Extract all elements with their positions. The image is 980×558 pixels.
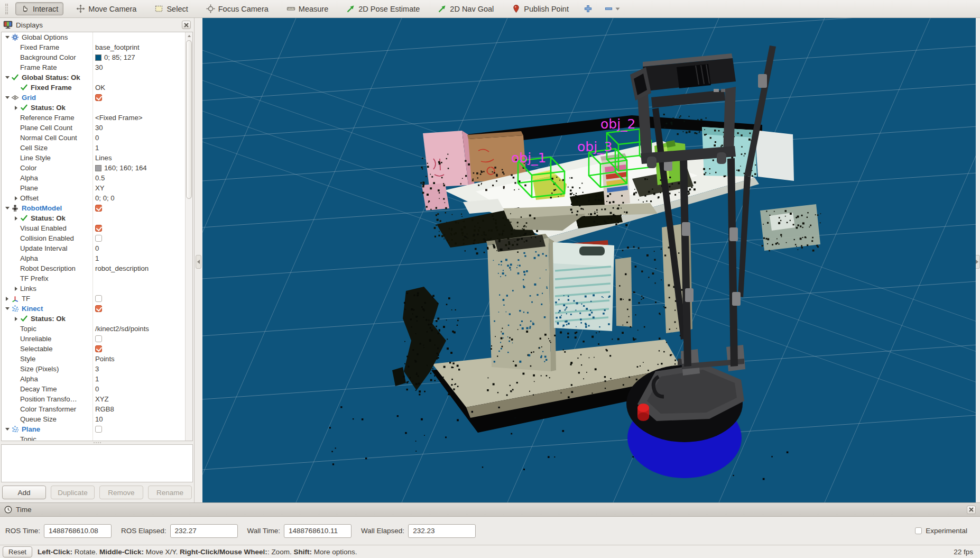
property-value[interactable]: 0 [93,385,185,393]
property-value[interactable]: 1 [93,254,185,262]
property-value[interactable]: 1 [93,375,185,383]
measure-tool-button[interactable]: Measure [281,2,334,15]
property-value[interactable]: robot_description [93,264,185,272]
remove-display-button[interactable]: Remove [99,486,143,499]
enable-checkbox[interactable] [95,295,102,302]
tree-row[interactable]: Robot Descriptionrobot_description [2,263,185,273]
tree-row[interactable]: Visual Enabled [2,223,185,233]
enable-checkbox[interactable] [95,345,102,352]
property-value[interactable]: 30 [93,63,185,71]
tree-row[interactable]: StylePoints [2,354,185,364]
property-value[interactable]: 1 [93,144,185,152]
experimental-checkbox[interactable] [915,527,922,534]
interact-tool-button[interactable]: Interact [15,2,63,15]
tree-row[interactable]: Status: Ok [2,103,185,113]
tree-row[interactable]: Plane Cell Count30 [2,123,185,133]
move-camera-tool-button[interactable]: Move Camera [71,2,142,15]
property-value[interactable]: <Fixed Frame> [93,114,185,122]
tree-row[interactable]: Fixed FrameOK [2,83,185,93]
remove-tool-button[interactable] [602,3,622,14]
tree-row[interactable]: Line StyleLines [2,153,185,163]
duplicate-display-button[interactable]: Duplicate [51,486,95,499]
enable-checkbox[interactable] [95,94,102,101]
expander-icon[interactable] [3,36,11,39]
pose-estimate-tool-button[interactable]: 2D Pose Estimate [341,2,425,15]
property-value[interactable] [93,225,185,232]
toolbar-drag-handle[interactable] [5,4,8,14]
close-icon[interactable] [182,21,191,29]
focus-camera-tool-button[interactable]: Focus Camera [201,2,274,15]
toolbar-overflow-caret-icon[interactable] [615,7,620,11]
expander-icon[interactable] [3,96,11,99]
expander-icon[interactable] [3,297,11,301]
tree-row[interactable]: Kinect [2,304,185,314]
property-value[interactable]: 0; 0; 0 [93,194,185,202]
property-value[interactable]: 0.5 [93,174,185,182]
tree-row[interactable]: Color TransformerRGB8 [2,404,185,414]
tree-row[interactable]: Alpha1 [2,374,185,384]
ros-elapsed-input[interactable] [170,524,238,538]
tree-row[interactable]: Normal Cell Count0 [2,133,185,143]
add-tool-button[interactable] [581,3,595,14]
tree-row[interactable]: RobotModel [2,203,185,213]
tree-row[interactable]: Selectable [2,344,185,354]
expander-icon[interactable] [3,307,11,310]
property-value[interactable]: 30 [93,124,185,132]
property-value[interactable]: 0 [93,134,185,142]
property-value[interactable]: Lines [93,154,185,162]
property-value[interactable] [93,426,185,433]
tree-row[interactable]: Reference Frame<Fixed Frame> [2,113,185,123]
tree-row[interactable]: Status: Ok [2,314,185,324]
nav-goal-tool-button[interactable]: 2D Nav Goal [432,2,499,15]
tree-row[interactable]: Fixed Framebase_footprint [2,42,185,52]
tree-row[interactable]: Queue Size10 [2,414,185,424]
add-display-button[interactable]: Add [2,486,46,499]
displays-panel-titlebar[interactable]: Displays [0,18,194,32]
expander-icon[interactable] [12,196,20,200]
tree-row[interactable]: Decay Time0 [2,384,185,394]
collapse-panel-left-arrow-icon[interactable] [196,255,201,269]
tree-row[interactable]: Topic/kinect2/sd/points [2,324,185,334]
expander-icon[interactable] [12,106,20,110]
property-value[interactable] [93,345,185,352]
tree-row[interactable]: Offset0; 0; 0 [2,193,185,203]
expander-icon[interactable] [12,317,20,321]
tree-row[interactable]: Alpha0.5 [2,173,185,183]
rename-display-button[interactable]: Rename [148,486,192,499]
property-value[interactable] [93,305,185,312]
enable-checkbox[interactable] [95,335,102,342]
enable-checkbox[interactable] [95,426,102,433]
wall-elapsed-input[interactable] [408,524,476,538]
property-value[interactable]: XYZ [93,395,185,403]
property-value[interactable]: RGB8 [93,405,185,413]
property-value[interactable] [93,205,185,212]
select-tool-button[interactable]: Select [149,2,193,15]
tree-row[interactable]: Global Options [2,32,185,42]
3d-viewport[interactable]: obj_1 obj_2 obj_3 [202,18,976,502]
property-value[interactable]: 0; 85; 127 [93,53,185,61]
enable-checkbox[interactable] [95,305,102,312]
expander-icon[interactable] [12,216,20,221]
tree-row[interactable]: Cell Size1 [2,143,185,153]
tree-row[interactable]: Status: Ok [2,213,185,223]
property-value[interactable] [93,235,185,242]
tree-row[interactable]: Grid [2,93,185,103]
expander-icon[interactable] [3,207,11,209]
ros-time-input[interactable] [44,524,112,538]
tree-row[interactable]: Position Transfo…XYZ [2,394,185,404]
enable-checkbox[interactable] [95,225,102,232]
property-value[interactable]: 160; 160; 164 [93,164,185,172]
property-value[interactable] [93,94,185,101]
tree-row[interactable]: TF [2,294,185,304]
tree-row[interactable]: Alpha1 [2,253,185,263]
expander-icon[interactable] [3,428,11,431]
property-value[interactable]: 10 [93,415,185,423]
property-value[interactable]: base_footprint [93,43,185,51]
tree-row[interactable]: Background Color0; 85; 127 [2,52,185,62]
expander-icon[interactable] [3,76,11,79]
property-value[interactable]: 0 [93,244,185,252]
enable-checkbox[interactable] [95,235,102,242]
tree-row[interactable]: Color160; 160; 164 [2,163,185,173]
expander-icon[interactable] [12,287,20,291]
displays-tree-scrollbar[interactable] [185,32,192,441]
